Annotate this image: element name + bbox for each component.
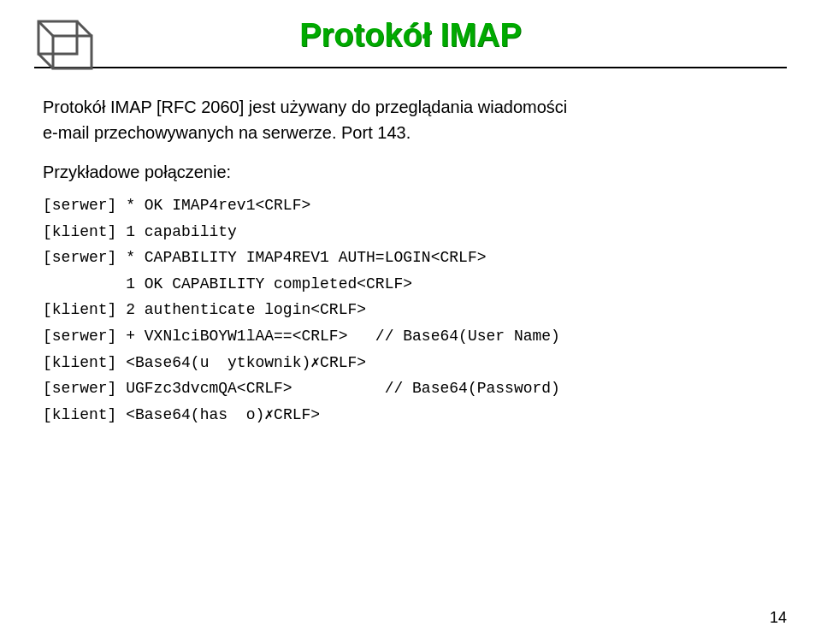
code-line-4: 1 OK CAPABILITY completed<CRLF> [43, 271, 778, 298]
code-line-8: [serwer] UGFzc3dvcmQA<CRLF> // Base64(Pa… [43, 375, 778, 402]
intro-line2: e-mail przechowywanych na serwerze. Port… [43, 123, 410, 142]
intro-line1: Protokół IMAP [RFC 2060] jest używany do… [43, 97, 567, 116]
page-title: Protokół IMAP [299, 17, 522, 54]
code-line-5: [klient] 2 authenticate login<CRLF> [43, 297, 778, 323]
code-block: [serwer] * OK IMAP4rev1<CRLF> [klient] 1… [43, 192, 778, 428]
code-line-1: [serwer] * OK IMAP4rev1<CRLF> [43, 192, 778, 219]
logo [34, 17, 103, 77]
intro-text: Protokół IMAP [RFC 2060] jest używany do… [43, 94, 778, 145]
code-line-3: [serwer] * CAPABILITY IMAP4REV1 AUTH=LOG… [43, 245, 778, 271]
code-line-9: [klient] <Base64(has o)✗CRLF> [43, 402, 778, 428]
code-line-7: [klient] <Base64(u ytkownik)✗CRLF> [43, 350, 778, 376]
section-label: Przykładowe połączenie: [43, 162, 778, 182]
content: Protokół IMAP [RFC 2060] jest używany do… [34, 94, 787, 428]
svg-line-2 [38, 21, 53, 36]
page-container: Protokół IMAP Protokół IMAP [RFC 2060] j… [0, 0, 821, 644]
svg-line-4 [38, 54, 53, 68]
page-number: 14 [770, 609, 787, 627]
svg-rect-1 [53, 36, 92, 68]
header: Protokół IMAP [34, 17, 787, 68]
code-line-6: [serwer] + VXNlciBOYW1lAA==<CRLF> // Bas… [43, 323, 778, 350]
code-line-2: [klient] 1 capability [43, 219, 778, 245]
svg-line-3 [77, 21, 92, 36]
